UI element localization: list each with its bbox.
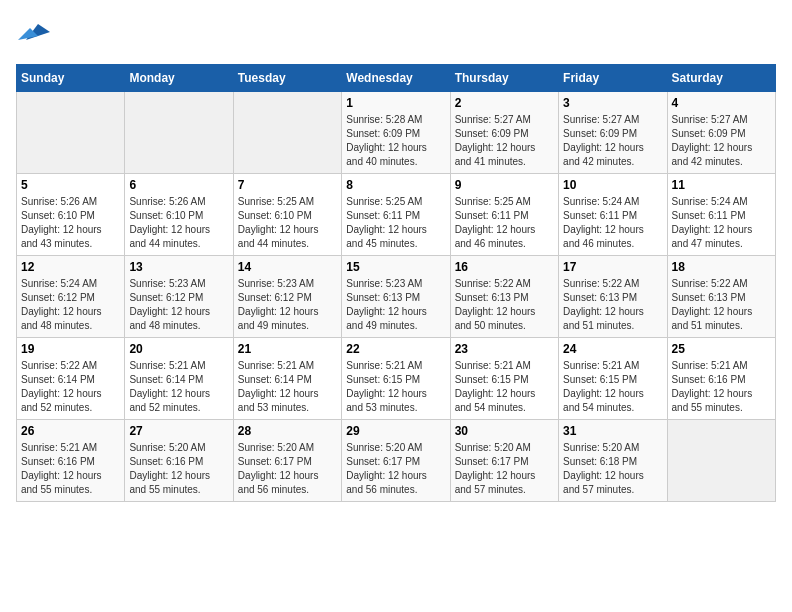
- day-number: 3: [563, 96, 662, 110]
- day-info: Sunrise: 5:25 AM Sunset: 6:10 PM Dayligh…: [238, 195, 337, 251]
- calendar-cell: 6Sunrise: 5:26 AM Sunset: 6:10 PM Daylig…: [125, 174, 233, 256]
- day-info: Sunrise: 5:27 AM Sunset: 6:09 PM Dayligh…: [672, 113, 771, 169]
- calendar-cell: 13Sunrise: 5:23 AM Sunset: 6:12 PM Dayli…: [125, 256, 233, 338]
- day-number: 1: [346, 96, 445, 110]
- weekday-header-thursday: Thursday: [450, 65, 558, 92]
- day-number: 8: [346, 178, 445, 192]
- day-number: 12: [21, 260, 120, 274]
- day-info: Sunrise: 5:24 AM Sunset: 6:12 PM Dayligh…: [21, 277, 120, 333]
- calendar-header-row: SundayMondayTuesdayWednesdayThursdayFrid…: [17, 65, 776, 92]
- day-info: Sunrise: 5:26 AM Sunset: 6:10 PM Dayligh…: [129, 195, 228, 251]
- day-number: 19: [21, 342, 120, 356]
- calendar-cell: 22Sunrise: 5:21 AM Sunset: 6:15 PM Dayli…: [342, 338, 450, 420]
- calendar-cell: 4Sunrise: 5:27 AM Sunset: 6:09 PM Daylig…: [667, 92, 775, 174]
- calendar-cell: 11Sunrise: 5:24 AM Sunset: 6:11 PM Dayli…: [667, 174, 775, 256]
- calendar-cell: 19Sunrise: 5:22 AM Sunset: 6:14 PM Dayli…: [17, 338, 125, 420]
- calendar-cell: 26Sunrise: 5:21 AM Sunset: 6:16 PM Dayli…: [17, 420, 125, 502]
- day-info: Sunrise: 5:22 AM Sunset: 6:13 PM Dayligh…: [563, 277, 662, 333]
- day-number: 29: [346, 424, 445, 438]
- calendar-cell: [233, 92, 341, 174]
- calendar-cell: [17, 92, 125, 174]
- day-info: Sunrise: 5:21 AM Sunset: 6:15 PM Dayligh…: [346, 359, 445, 415]
- day-number: 16: [455, 260, 554, 274]
- day-number: 21: [238, 342, 337, 356]
- calendar-cell: 18Sunrise: 5:22 AM Sunset: 6:13 PM Dayli…: [667, 256, 775, 338]
- day-number: 20: [129, 342, 228, 356]
- day-info: Sunrise: 5:23 AM Sunset: 6:13 PM Dayligh…: [346, 277, 445, 333]
- day-number: 6: [129, 178, 228, 192]
- day-info: Sunrise: 5:20 AM Sunset: 6:17 PM Dayligh…: [455, 441, 554, 497]
- calendar-cell: 21Sunrise: 5:21 AM Sunset: 6:14 PM Dayli…: [233, 338, 341, 420]
- calendar-cell: 15Sunrise: 5:23 AM Sunset: 6:13 PM Dayli…: [342, 256, 450, 338]
- calendar-cell: 17Sunrise: 5:22 AM Sunset: 6:13 PM Dayli…: [559, 256, 667, 338]
- calendar-cell: 9Sunrise: 5:25 AM Sunset: 6:11 PM Daylig…: [450, 174, 558, 256]
- weekday-header-tuesday: Tuesday: [233, 65, 341, 92]
- calendar-cell: 28Sunrise: 5:20 AM Sunset: 6:17 PM Dayli…: [233, 420, 341, 502]
- calendar-cell: 10Sunrise: 5:24 AM Sunset: 6:11 PM Dayli…: [559, 174, 667, 256]
- weekday-header-monday: Monday: [125, 65, 233, 92]
- calendar-cell: 5Sunrise: 5:26 AM Sunset: 6:10 PM Daylig…: [17, 174, 125, 256]
- calendar-week-4: 19Sunrise: 5:22 AM Sunset: 6:14 PM Dayli…: [17, 338, 776, 420]
- day-info: Sunrise: 5:28 AM Sunset: 6:09 PM Dayligh…: [346, 113, 445, 169]
- weekday-header-wednesday: Wednesday: [342, 65, 450, 92]
- day-info: Sunrise: 5:24 AM Sunset: 6:11 PM Dayligh…: [563, 195, 662, 251]
- day-info: Sunrise: 5:27 AM Sunset: 6:09 PM Dayligh…: [455, 113, 554, 169]
- day-number: 30: [455, 424, 554, 438]
- calendar-cell: 1Sunrise: 5:28 AM Sunset: 6:09 PM Daylig…: [342, 92, 450, 174]
- day-info: Sunrise: 5:24 AM Sunset: 6:11 PM Dayligh…: [672, 195, 771, 251]
- calendar-cell: 23Sunrise: 5:21 AM Sunset: 6:15 PM Dayli…: [450, 338, 558, 420]
- calendar-cell: [667, 420, 775, 502]
- day-info: Sunrise: 5:20 AM Sunset: 6:17 PM Dayligh…: [346, 441, 445, 497]
- calendar-cell: 31Sunrise: 5:20 AM Sunset: 6:18 PM Dayli…: [559, 420, 667, 502]
- day-number: 22: [346, 342, 445, 356]
- day-info: Sunrise: 5:22 AM Sunset: 6:13 PM Dayligh…: [455, 277, 554, 333]
- day-number: 10: [563, 178, 662, 192]
- calendar-cell: 16Sunrise: 5:22 AM Sunset: 6:13 PM Dayli…: [450, 256, 558, 338]
- day-info: Sunrise: 5:23 AM Sunset: 6:12 PM Dayligh…: [238, 277, 337, 333]
- day-number: 17: [563, 260, 662, 274]
- day-info: Sunrise: 5:21 AM Sunset: 6:15 PM Dayligh…: [563, 359, 662, 415]
- day-info: Sunrise: 5:23 AM Sunset: 6:12 PM Dayligh…: [129, 277, 228, 333]
- day-number: 14: [238, 260, 337, 274]
- day-info: Sunrise: 5:21 AM Sunset: 6:16 PM Dayligh…: [21, 441, 120, 497]
- day-info: Sunrise: 5:21 AM Sunset: 6:15 PM Dayligh…: [455, 359, 554, 415]
- logo-icon: [18, 16, 50, 48]
- day-number: 5: [21, 178, 120, 192]
- calendar-table: SundayMondayTuesdayWednesdayThursdayFrid…: [16, 64, 776, 502]
- day-info: Sunrise: 5:25 AM Sunset: 6:11 PM Dayligh…: [346, 195, 445, 251]
- day-number: 11: [672, 178, 771, 192]
- day-number: 7: [238, 178, 337, 192]
- day-info: Sunrise: 5:20 AM Sunset: 6:18 PM Dayligh…: [563, 441, 662, 497]
- calendar-cell: 20Sunrise: 5:21 AM Sunset: 6:14 PM Dayli…: [125, 338, 233, 420]
- day-number: 13: [129, 260, 228, 274]
- day-info: Sunrise: 5:21 AM Sunset: 6:14 PM Dayligh…: [129, 359, 228, 415]
- calendar-cell: 3Sunrise: 5:27 AM Sunset: 6:09 PM Daylig…: [559, 92, 667, 174]
- day-number: 23: [455, 342, 554, 356]
- day-info: Sunrise: 5:20 AM Sunset: 6:16 PM Dayligh…: [129, 441, 228, 497]
- calendar-week-1: 1Sunrise: 5:28 AM Sunset: 6:09 PM Daylig…: [17, 92, 776, 174]
- day-number: 2: [455, 96, 554, 110]
- calendar-cell: 24Sunrise: 5:21 AM Sunset: 6:15 PM Dayli…: [559, 338, 667, 420]
- day-info: Sunrise: 5:21 AM Sunset: 6:14 PM Dayligh…: [238, 359, 337, 415]
- calendar-cell: 2Sunrise: 5:27 AM Sunset: 6:09 PM Daylig…: [450, 92, 558, 174]
- day-info: Sunrise: 5:27 AM Sunset: 6:09 PM Dayligh…: [563, 113, 662, 169]
- day-number: 27: [129, 424, 228, 438]
- calendar-cell: 30Sunrise: 5:20 AM Sunset: 6:17 PM Dayli…: [450, 420, 558, 502]
- page-header: [16, 16, 776, 52]
- day-number: 15: [346, 260, 445, 274]
- calendar-cell: 27Sunrise: 5:20 AM Sunset: 6:16 PM Dayli…: [125, 420, 233, 502]
- day-number: 28: [238, 424, 337, 438]
- calendar-week-2: 5Sunrise: 5:26 AM Sunset: 6:10 PM Daylig…: [17, 174, 776, 256]
- calendar-cell: 25Sunrise: 5:21 AM Sunset: 6:16 PM Dayli…: [667, 338, 775, 420]
- day-info: Sunrise: 5:25 AM Sunset: 6:11 PM Dayligh…: [455, 195, 554, 251]
- logo: [16, 16, 50, 52]
- day-number: 24: [563, 342, 662, 356]
- calendar-cell: 29Sunrise: 5:20 AM Sunset: 6:17 PM Dayli…: [342, 420, 450, 502]
- day-number: 31: [563, 424, 662, 438]
- calendar-week-5: 26Sunrise: 5:21 AM Sunset: 6:16 PM Dayli…: [17, 420, 776, 502]
- day-info: Sunrise: 5:26 AM Sunset: 6:10 PM Dayligh…: [21, 195, 120, 251]
- weekday-header-sunday: Sunday: [17, 65, 125, 92]
- calendar-cell: 12Sunrise: 5:24 AM Sunset: 6:12 PM Dayli…: [17, 256, 125, 338]
- calendar-week-3: 12Sunrise: 5:24 AM Sunset: 6:12 PM Dayli…: [17, 256, 776, 338]
- day-number: 4: [672, 96, 771, 110]
